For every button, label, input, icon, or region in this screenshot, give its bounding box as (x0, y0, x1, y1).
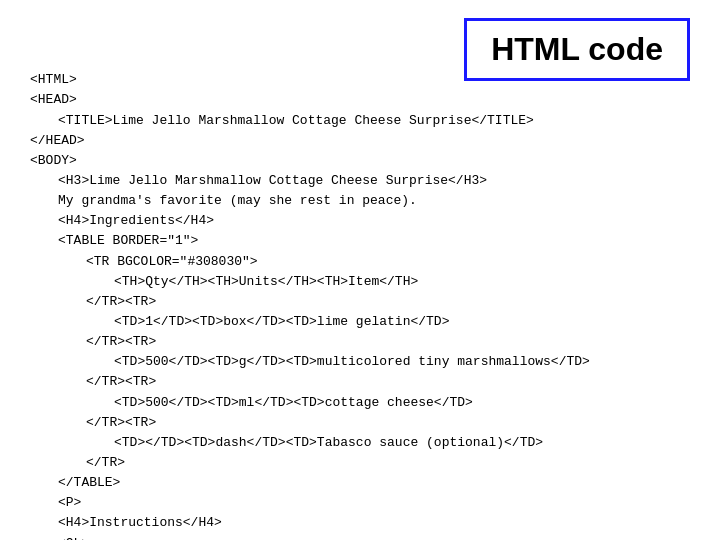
code-line: <TD>1</TD><TD>box</TD><TD>lime gelatin</… (30, 312, 690, 332)
code-line: </TABLE> (30, 473, 690, 493)
code-line: </TR><TR> (30, 413, 690, 433)
code-line: </TR> (30, 453, 690, 473)
code-line: <TR BGCOLOR="#308030"> (30, 252, 690, 272)
code-line: <TH>Qty</TH><TH>Units</TH><TH>Item</TH> (30, 272, 690, 292)
code-line: <TABLE BORDER="1"> (30, 231, 690, 251)
code-line: <H4>Ingredients</H4> (30, 211, 690, 231)
code-line: </TR><TR> (30, 332, 690, 352)
code-line: </TR><TR> (30, 292, 690, 312)
slide-container: HTML code <HTML><HEAD><TITLE>Lime Jello … (0, 0, 720, 540)
code-area: <HTML><HEAD><TITLE>Lime Jello Marshmallo… (30, 30, 690, 540)
code-line: <P> (30, 493, 690, 513)
code-line: </TR><TR> (30, 372, 690, 392)
code-line: <BODY> (30, 151, 690, 171)
code-line: </HEAD> (30, 131, 690, 151)
code-line: <TD></TD><TD>dash</TD><TD>Tabasco sauce … (30, 433, 690, 453)
code-line: My grandma's favorite (may she rest in p… (30, 191, 690, 211)
slide-title: HTML code (491, 31, 663, 67)
code-line: <HEAD> (30, 90, 690, 110)
code-line: <TD>500</TD><TD>ml</TD><TD>cottage chees… (30, 393, 690, 413)
code-line: <H4>Instructions</H4> (30, 513, 690, 533)
code-line: <TITLE>Lime Jello Marshmallow Cottage Ch… (30, 111, 690, 131)
code-line: <H3>Lime Jello Marshmallow Cottage Chees… (30, 171, 690, 191)
code-line: <OL> (30, 534, 690, 540)
title-box: HTML code (464, 18, 690, 81)
code-line: <TD>500</TD><TD>g</TD><TD>multicolored t… (30, 352, 690, 372)
